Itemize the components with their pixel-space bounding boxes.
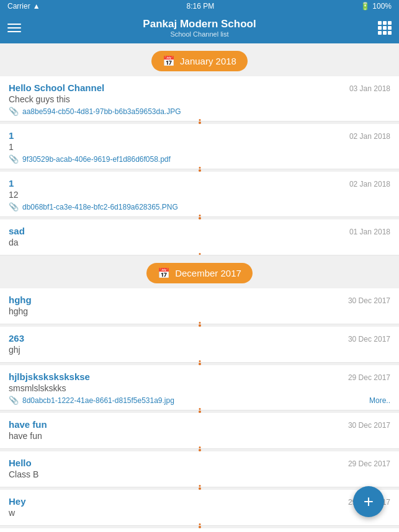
attachment-row: 📎 8d0abcb1-1222-41ae-8661-d815f5e531a9.j… [9,396,390,405]
message-body: Check guys this [9,94,390,104]
list-item[interactable]: 1 02 Jan 2018 12 📎 db068bf1-ca3e-418e-bf… [0,172,399,217]
attachment-filename: aa8be594-cb50-4d81-97bb-b6b3a59653da.JPG [22,107,181,116]
more-link[interactable]: More.. [369,396,390,405]
message-body: hghg [9,306,390,316]
list-item[interactable]: 1 02 Jan 2018 1 📎 9f30529b-acab-406e-961… [0,124,399,169]
message-body: da [9,237,390,247]
message-body: 12 [9,190,390,200]
message-header: have fun 30 Dec 2017 [9,419,390,430]
message-body: 1 [9,142,390,152]
message-date: 30 Dec 2017 [348,421,390,430]
status-left: Carrier ▲ [7,2,40,11]
signal-icon: ▲ [33,2,40,11]
attachment-filename: 8d0abcb1-1222-41ae-8661-d815f5e531a9.jpg [22,396,174,405]
paperclip-icon: 📎 [9,396,19,405]
attachment-row: 📎 9f30529b-acab-406e-9619-ef1d86d6f058.p… [9,154,390,164]
nav-title-main: Pankaj Modern School [143,18,256,30]
message-title: Hey [9,496,26,507]
list-item[interactable]: Hello School Channel 03 Jan 2018 Check g… [0,76,399,122]
list-item[interactable]: 263 30 Dec 2017 ghj [0,327,399,363]
paperclip-icon: 📎 [9,154,19,164]
message-title: 1 [9,130,14,141]
message-header: Hello 29 Dec 2017 [9,458,390,468]
attachment-row: 📎 aa8be594-cb50-4d81-97bb-b6b3a59653da.J… [9,107,390,116]
message-title: 1 [9,178,14,188]
message-title: hjlbjskskskskskse [9,371,90,382]
message-date: 29 Dec 2017 [348,459,390,468]
calendar-icon: 📅 [158,267,170,279]
message-date: 02 Jan 2018 [349,132,390,141]
message-header: Hey 29 Dec 2017 [9,496,390,507]
section-header-dec2017: 📅 December 2017 [0,255,399,288]
message-date: 30 Dec 2017 [348,296,390,305]
nav-title: Pankaj Modern School School Channel list [143,18,256,38]
message-header: hghg 30 Dec 2017 [9,295,390,305]
date-pill-dec2017: 📅 December 2017 [146,263,253,283]
message-date: 03 Jan 2018 [349,84,390,93]
date-pill-label: December 2017 [175,268,241,278]
list-item[interactable]: sad 01 Jan 2018 da [0,219,399,255]
status-right: 🔋 100% [361,2,392,11]
attachment-filename: 9f30529b-acab-406e-9619-ef1d86d6f058.pdf [22,155,171,164]
message-body: have fun [9,431,390,441]
section-header-jan2018: 📅 January 2018 [0,43,399,76]
message-title: 263 [9,333,24,344]
attachment-filename: db068bf1-ca3e-418e-bfc2-6d189a628365.PNG [22,203,178,211]
grid-button[interactable] [378,21,392,35]
date-pill-label: January 2018 [180,56,236,66]
message-date: 01 Jan 2018 [349,228,390,236]
time-label: 8:16 PM [187,2,215,11]
message-date: 30 Dec 2017 [348,335,390,344]
date-pill-jan2018: 📅 January 2018 [151,51,248,71]
nav-bar: Pankaj Modern School School Channel list [0,12,399,43]
message-date: 02 Jan 2018 [349,180,390,188]
paperclip-icon: 📎 [9,107,19,116]
list-item[interactable]: hghg 30 Dec 2017 hghg [0,288,399,324]
message-title: Hello School Channel [9,82,104,93]
list-item[interactable]: Hello 29 Dec 2017 Class B [0,451,399,487]
carrier-label: Carrier [7,2,30,11]
message-title: have fun [9,419,47,430]
message-header: 1 02 Jan 2018 [9,130,390,141]
hamburger-menu-button[interactable] [7,24,21,32]
list-item[interactable]: have fun 30 Dec 2017 have fun [0,413,399,449]
message-header: sad 01 Jan 2018 [9,226,390,236]
message-body: w [9,508,390,518]
nav-title-sub: School Channel list [143,30,256,38]
message-date: 29 Dec 2017 [348,373,390,382]
message-body: ghj [9,345,390,355]
attachment-row: 📎 db068bf1-ca3e-418e-bfc2-6d189a628365.P… [9,202,390,211]
battery-icon: 🔋 [361,2,370,11]
list-item[interactable]: Hey 29 Dec 2017 w [0,490,399,526]
add-button[interactable]: + [353,486,384,517]
message-title: sad [9,226,25,236]
list-item[interactable]: hjlbjskskskskskse 29 Dec 2017 smsmlslsks… [0,365,399,410]
message-title: Hello [9,458,32,468]
message-header: 263 30 Dec 2017 [9,333,390,344]
message-body: Class B [9,469,390,479]
calendar-icon: 📅 [163,55,175,67]
message-header: 1 02 Jan 2018 [9,178,390,188]
paperclip-icon: 📎 [9,202,19,211]
content-area: 📅 January 2018 Hello School Channel 03 J… [0,43,399,532]
status-bar: Carrier ▲ 8:16 PM 🔋 100% [0,0,399,12]
message-title: hghg [9,295,32,305]
message-header: hjlbjskskskskskse 29 Dec 2017 [9,371,390,382]
list-item[interactable]: FROM 2017-2018 29 Dec 2017 Hello [0,528,399,532]
message-header: Hello School Channel 03 Jan 2018 [9,82,390,93]
message-body: smsmlslskskks [9,383,390,393]
battery-label: 100% [372,2,392,11]
